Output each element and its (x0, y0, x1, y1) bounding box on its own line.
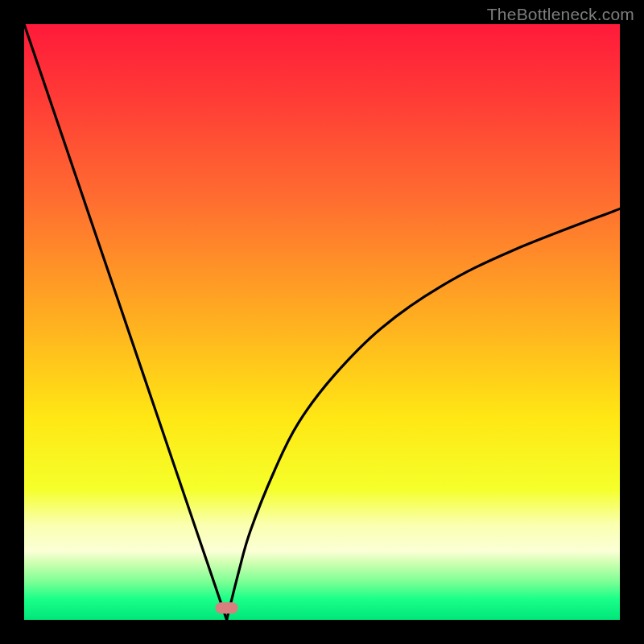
chart-svg (24, 24, 620, 620)
gradient-background (24, 24, 620, 620)
minimum-marker (216, 602, 238, 613)
plot-area (24, 24, 620, 620)
watermark-text: TheBottleneck.com (487, 5, 634, 24)
chart-frame: TheBottleneck.com (0, 0, 644, 644)
